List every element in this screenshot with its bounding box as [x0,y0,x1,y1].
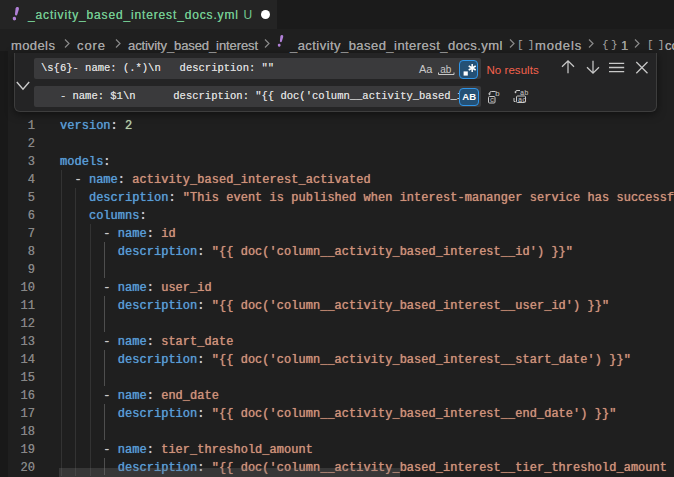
svg-text:ac: ac [518,96,526,104]
svg-text:ab: ab [440,63,452,74]
svg-text:c: c [490,96,494,104]
svg-text:b: b [495,89,500,98]
